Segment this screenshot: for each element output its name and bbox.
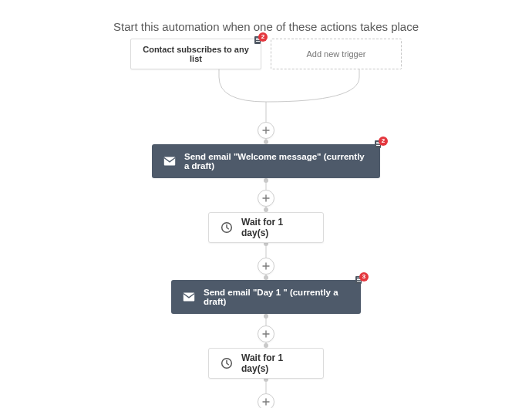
clock-icon bbox=[220, 356, 234, 370]
step-label: Send email "Day 1 " (currently a draft) bbox=[204, 288, 350, 306]
connector-joint bbox=[264, 178, 268, 183]
step-wait-1[interactable]: Wait for 1 day(s) bbox=[208, 212, 324, 243]
add-step-button[interactable] bbox=[258, 122, 274, 139]
notes-badge[interactable]: 2 bbox=[374, 138, 386, 150]
notes-count: 2 bbox=[258, 32, 268, 42]
add-trigger-label: Add new trigger bbox=[306, 49, 365, 59]
notes-badge[interactable]: 2 bbox=[254, 34, 266, 46]
notes-count: 2 bbox=[379, 137, 388, 146]
step-send-email-day1[interactable]: Send email "Day 1 " (currently a draft) … bbox=[171, 280, 361, 314]
svg-rect-3 bbox=[184, 293, 194, 302]
step-label: Send email "Welcome message" (currently … bbox=[184, 152, 369, 170]
trigger-subscribes[interactable]: Contact subscribes to any list 2 bbox=[130, 39, 261, 69]
add-step-button[interactable] bbox=[258, 393, 274, 408]
notes-badge[interactable]: 3 bbox=[355, 274, 367, 286]
automation-header: Start this automation when one of these … bbox=[0, 20, 532, 33]
step-label: Wait for 1 day(s) bbox=[241, 352, 312, 374]
add-step-button[interactable] bbox=[258, 258, 274, 275]
svg-rect-1 bbox=[164, 157, 175, 166]
clock-icon bbox=[220, 221, 234, 234]
email-icon bbox=[163, 154, 177, 168]
add-step-button[interactable] bbox=[258, 190, 274, 207]
step-label: Wait for 1 day(s) bbox=[241, 217, 312, 238]
add-trigger-button[interactable]: Add new trigger bbox=[271, 39, 402, 69]
notes-count: 3 bbox=[359, 272, 369, 282]
add-step-button[interactable] bbox=[258, 325, 274, 342]
trigger-label: Contact subscribes to any list bbox=[139, 45, 253, 63]
email-icon bbox=[182, 290, 196, 304]
step-send-email-welcome[interactable]: Send email "Welcome message" (currently … bbox=[152, 144, 380, 178]
connector-joint bbox=[264, 314, 268, 319]
step-wait-2[interactable]: Wait for 1 day(s) bbox=[208, 348, 324, 379]
